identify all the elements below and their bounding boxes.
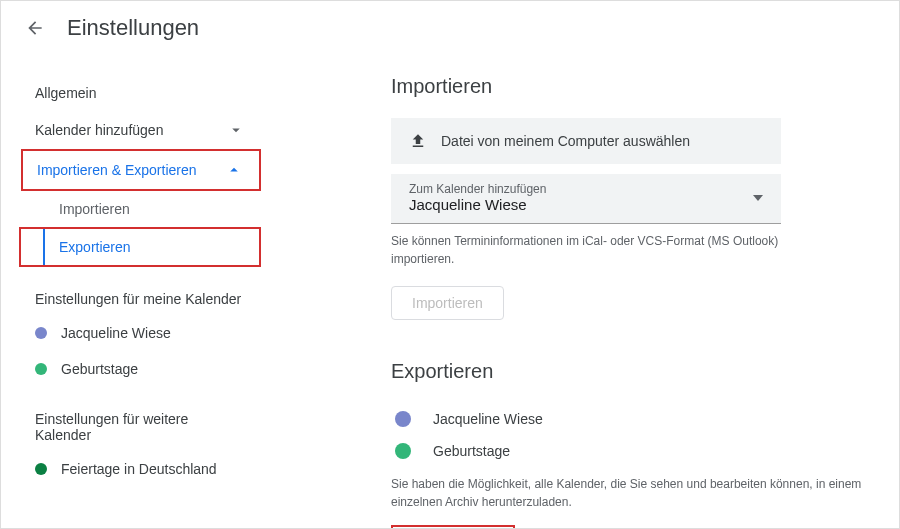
main-content: Importieren Datei von meinem Computer au… [261,75,899,529]
sidebar-cal-birthdays[interactable]: Geburtstage [21,351,261,387]
nav-import-export-label: Importieren & Exportieren [37,162,197,178]
nav-import-export[interactable]: Importieren & Exportieren [21,149,261,191]
sidebar: Allgemein Kalender hinzufügen Importiere… [1,75,261,529]
sidebar-cal-birthdays-label: Geburtstage [61,361,138,377]
chevron-up-icon [225,161,243,179]
import-title: Importieren [391,75,875,98]
export-cal-birthdays-label: Geburtstage [433,443,510,459]
upload-icon [409,132,427,150]
color-dot-icon [395,411,411,427]
calendar-dropdown[interactable]: Zum Kalender hinzufügen Jacqueline Wiese [391,174,781,224]
import-button: Importieren [391,286,504,320]
export-helper-text: Sie haben die Möglichkeit, alle Kalender… [391,475,871,511]
export-cal-birthdays: Geburtstage [391,435,875,467]
sidebar-cal-holidays[interactable]: Feiertage in Deutschland [21,451,261,487]
sidebar-cal-holidays-label: Feiertage in Deutschland [61,461,217,477]
file-select-button[interactable]: Datei von meinem Computer auswählen [391,118,781,164]
nav-add-calendar[interactable]: Kalender hinzufügen [21,111,261,149]
color-dot-icon [35,463,47,475]
import-helper-text: Sie können Termininformationen im iCal- … [391,232,791,268]
nav-sub-export[interactable]: Exportieren [43,229,139,265]
dropdown-value: Jacqueline Wiese [409,196,546,213]
chevron-down-icon [227,121,245,139]
back-arrow-icon[interactable] [25,18,45,38]
nav-sub-import[interactable]: Importieren [43,191,261,227]
export-title: Exportieren [391,360,875,383]
export-cal-personal-label: Jacqueline Wiese [433,411,543,427]
nav-general-label: Allgemein [35,85,96,101]
other-calendars-heading: Einstellungen für weitere Kalender [21,387,261,451]
color-dot-icon [35,327,47,339]
sidebar-cal-personal-label: Jacqueline Wiese [61,325,171,341]
color-dot-icon [395,443,411,459]
nav-add-calendar-label: Kalender hinzufügen [35,122,163,138]
sidebar-cal-personal[interactable]: Jacqueline Wiese [21,315,261,351]
dropdown-label: Zum Kalender hinzufügen [409,182,546,196]
color-dot-icon [35,363,47,375]
page-title: Einstellungen [67,15,199,41]
my-calendars-heading: Einstellungen für meine Kalender [21,267,261,315]
file-select-label: Datei von meinem Computer auswählen [441,133,690,149]
nav-general[interactable]: Allgemein [21,75,261,111]
export-cal-personal: Jacqueline Wiese [391,403,875,435]
dropdown-arrow-icon [753,195,763,201]
